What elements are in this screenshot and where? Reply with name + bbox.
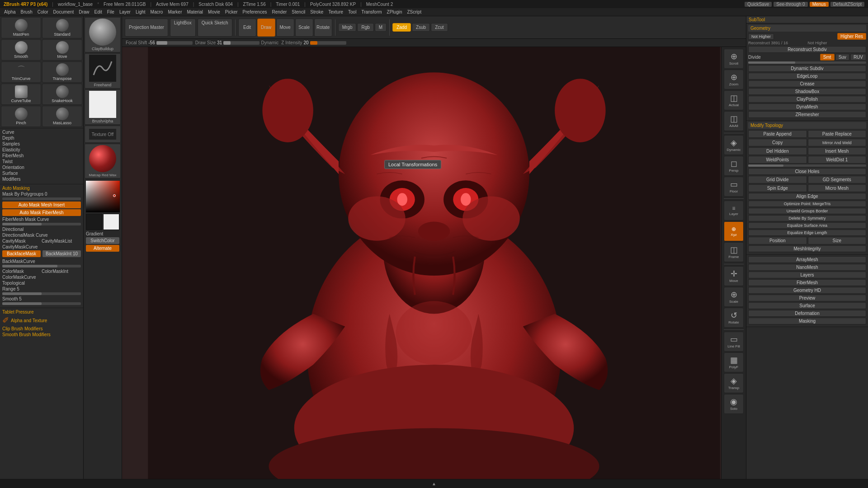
close-holes-btn[interactable]: Close Holes (748, 168, 866, 175)
menu-tool[interactable]: Tool (346, 9, 359, 15)
rt-persp-btn[interactable]: ◻ Persp (724, 156, 744, 176)
weld-slider[interactable] (748, 164, 866, 167)
rt-move-btn[interactable]: ✛ Move (724, 266, 744, 286)
menu-light[interactable]: Light (133, 9, 148, 15)
reconstruct-subdiv-btn[interactable]: Reconstruct Subdiv (748, 46, 866, 53)
draw-size-slider[interactable] (223, 41, 259, 45)
move-btn[interactable]: Move (276, 19, 294, 37)
brush-move[interactable]: Move (42, 39, 82, 61)
brush-snakehook[interactable]: SnakeHook (42, 84, 82, 105)
smt-btn[interactable]: Smt (820, 54, 835, 61)
backface-mask-btn[interactable]: BackfaceMask (2, 250, 41, 257)
focal-shift-slider[interactable] (156, 41, 193, 45)
background-color-swatch[interactable] (103, 214, 119, 230)
crease-btn[interactable]: Crease (748, 80, 866, 87)
claypolish-btn[interactable]: ClayPolish (748, 96, 866, 103)
mask-by-polygroups-slider[interactable] (2, 197, 81, 200)
grid-divide-btn[interactable]: Grid Divide (748, 176, 807, 183)
menu-picker[interactable]: Picker (223, 9, 240, 15)
quick-sketch-btn[interactable]: Quick Sketch (198, 19, 232, 37)
menu-texture[interactable]: Texture (326, 9, 345, 15)
position-btn[interactable]: Position (748, 237, 807, 244)
masking-btn[interactable]: Masking (748, 318, 866, 324)
gd-segments-btn[interactable]: GD Segments (808, 176, 867, 183)
menu-macro[interactable]: Macro (148, 9, 165, 15)
rt-xyz-btn[interactable]: ⊕ Xyz (724, 221, 744, 241)
brush-maslasso[interactable]: MasLasso (42, 106, 82, 127)
rt-solo-btn[interactable]: ◉ Solo (724, 394, 744, 414)
spin-edge-btn[interactable]: Spin Edge (748, 184, 807, 192)
z-intensity-slider[interactable] (310, 41, 346, 45)
dynamic-subdiv-btn[interactable]: Dynamic Subdiv (748, 65, 866, 72)
edit-btn[interactable]: Edit (238, 19, 256, 37)
brush-transpose[interactable]: Transpose (42, 61, 82, 83)
brush-trimcurve[interactable]: ⌒ TrimCurve (1, 61, 41, 83)
geometry-hd-btn[interactable]: Geometry HD (748, 287, 866, 294)
brush-curvetube[interactable]: CurveTube (1, 84, 41, 105)
alpha-texture-off[interactable]: Texture Off (85, 126, 121, 143)
menu-stroke[interactable]: Stroke (308, 9, 326, 15)
menu-render[interactable]: Render (270, 9, 289, 15)
equalize-surface-btn[interactable]: Equalize Surface Area (748, 222, 866, 229)
menu-brush[interactable]: Brush (19, 9, 35, 15)
mesh-integrity-btn[interactable]: MeshIntegrity (748, 245, 866, 252)
auto-mask-fibermesh-btn[interactable]: Auto Mask FiberMesh (2, 209, 81, 216)
default-zscript-button[interactable]: DefaultZScript (830, 2, 864, 7)
m-btn[interactable]: M (375, 23, 387, 32)
equalize-edge-btn[interactable]: Equalize Edge Length (748, 230, 866, 236)
paste-append-btn[interactable]: Paste Append (748, 130, 807, 138)
menu-movie[interactable]: Movie (206, 9, 222, 15)
alpha-brushalpha[interactable]: BrushAlpha (85, 89, 121, 125)
nano-mesh-btn[interactable]: NanoMesh (748, 264, 866, 271)
menu-file[interactable]: File (105, 9, 117, 15)
zsub-btn[interactable]: Zsub (412, 23, 430, 32)
edgeloop-btn[interactable]: EdgeLoop (748, 73, 866, 80)
optimize-point-btn[interactable]: Optimize Point: MergeTris (748, 201, 866, 207)
menu-edit[interactable]: Edit (92, 9, 104, 15)
rt-scale-btn[interactable]: ⊕ Scale (724, 287, 744, 307)
size-btn[interactable]: Size (808, 237, 867, 244)
rt-scroll-btn[interactable]: ⊕ Scroll (724, 49, 744, 69)
paste-replace-btn[interactable]: Paste Replace (808, 130, 867, 138)
shadowbox-btn[interactable]: ShadowBox (748, 88, 866, 95)
backmask-int-btn[interactable]: BackMaskInt 10 (42, 250, 81, 257)
rt-polyf-btn[interactable]: ▦ PolyF (724, 352, 744, 372)
projection-master-btn[interactable]: Projection Master (125, 19, 168, 37)
fibermesh-mask-curve-slider[interactable] (2, 223, 81, 225)
see-through-button[interactable]: See-through 0 (774, 2, 807, 7)
menu-document[interactable]: Document (51, 9, 76, 15)
menu-marker[interactable]: Marker (165, 9, 184, 15)
menu-material[interactable]: Material (185, 9, 206, 15)
backmaskcurve-slider[interactable] (2, 265, 81, 267)
copy-btn[interactable]: Copy (748, 139, 807, 146)
mrgb-btn[interactable]: Mrgb (338, 23, 357, 32)
rt-layer-btn[interactable]: ≡ Layer (724, 201, 744, 221)
rgb-btn[interactable]: Rgb (357, 23, 373, 32)
menu-zplugin[interactable]: ZPlugin (385, 9, 405, 15)
layers-btn[interactable]: Layers (748, 272, 866, 278)
rt-zoom-btn[interactable]: ⊕ Zoom (724, 70, 744, 89)
scale-btn[interactable]: Scale (295, 19, 313, 37)
rt-frame-btn[interactable]: ◫ Frame (724, 242, 744, 262)
divide-slider[interactable] (748, 61, 866, 64)
menu-zscript[interactable]: ZScript (405, 9, 424, 15)
menus-button[interactable]: Menus (810, 2, 829, 7)
alternate-btn[interactable]: Alternate (86, 245, 119, 252)
higher-res-btn[interactable]: Higher Res (837, 33, 866, 40)
micro-mesh-btn[interactable]: Micro Mesh (808, 184, 867, 192)
brush-standard[interactable]: Standard (42, 17, 82, 38)
del-hidden-btn[interactable]: Del Hidden (748, 147, 807, 155)
align-edge-btn[interactable]: Align Edge (748, 193, 866, 200)
rt-linefill-btn[interactable]: ▭ Line Fill (724, 332, 744, 352)
array-mesh-btn[interactable]: ArrayMesh (748, 256, 866, 263)
geometry-title[interactable]: Geometry (748, 25, 866, 32)
menu-transform[interactable]: Transform (359, 9, 384, 15)
mirror-weld-btn[interactable]: Mirror And Weld (808, 139, 867, 146)
brush-smooth[interactable]: Smooth (1, 39, 41, 61)
rt-rotate-btn[interactable]: ↺ Rotate (724, 308, 744, 328)
ruv-btn[interactable]: RUV (850, 54, 866, 61)
brush-pinch[interactable]: Pinch (1, 106, 41, 127)
alpha-matcap-red[interactable]: Matcap Red Wax (85, 144, 121, 178)
zremesher-btn[interactable]: ZRemesher (748, 111, 866, 118)
rt-aaall-btn[interactable]: ◫ AAAll (724, 111, 744, 131)
